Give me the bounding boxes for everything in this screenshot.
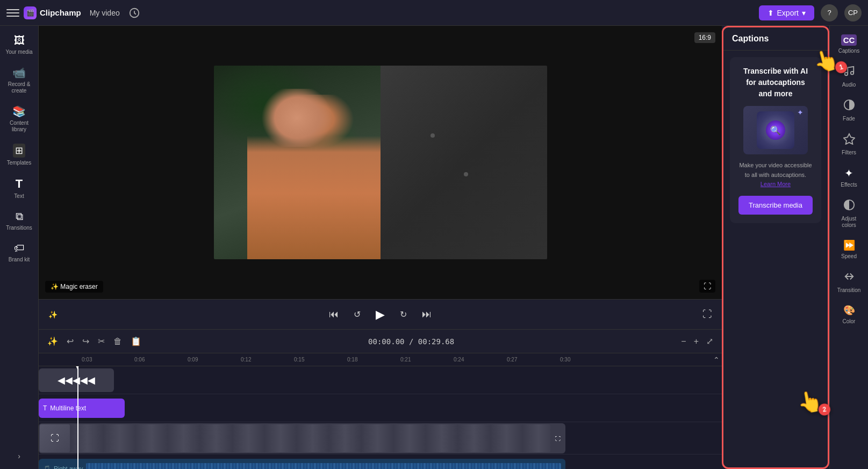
- ruler-mark-9: 0:30: [560, 357, 570, 363]
- ruler-mark-4: 0:15: [294, 357, 304, 363]
- sidebar-item-record[interactable]: 📹 Record &create: [2, 62, 37, 98]
- rewind-button[interactable]: ↺: [350, 306, 364, 323]
- logo-area: 🎬 Clipchamp: [24, 6, 81, 19]
- right-sidebar: CC Captions Audio Fade: [829, 26, 868, 469]
- timeline-content: 0:03 0:06 0:09 0:12 0:15 0:18 0:21 0:24 …: [39, 353, 722, 469]
- aspect-ratio-badge[interactable]: 16:9: [694, 32, 715, 43]
- sidebar-item-your-media[interactable]: 🖼 Your media: [2, 30, 37, 60]
- expand-timeline-button[interactable]: ⤢: [704, 334, 715, 349]
- topbar-left: 🎬 Clipchamp My video: [6, 6, 140, 19]
- track-row-video: ⛶ ⛶: [39, 422, 722, 454]
- sidebar-item-text[interactable]: T Text: [2, 173, 37, 204]
- rsidebar-item-effects[interactable]: ✦ Effects: [832, 162, 866, 193]
- export-button[interactable]: ⬆ Export ▾: [759, 5, 814, 20]
- left-sidebar: 🖼 Your media 📹 Record &create 📚 Content …: [0, 26, 39, 469]
- timeline-magic-button[interactable]: ✨: [45, 334, 60, 349]
- rsidebar-label-speed: Speed: [841, 253, 857, 260]
- topbar-right: ⬆ Export ▾ ? CP: [759, 4, 862, 22]
- person-face: [260, 89, 333, 147]
- sidebar-item-label-transitions: Transitions: [6, 225, 32, 231]
- rsidebar-item-filters[interactable]: Filters: [832, 129, 866, 160]
- transcribe-media-button[interactable]: Transcribe media: [738, 196, 813, 215]
- export-label: Export: [777, 9, 799, 17]
- save-icon[interactable]: [128, 7, 140, 19]
- sidebar-item-label-brand-kit: Brand kit: [9, 257, 30, 263]
- adjust-colors-icon: [843, 199, 855, 214]
- rsidebar-label-captions: Captions: [838, 48, 859, 54]
- prev-button[interactable]: ⏮: [326, 305, 342, 323]
- sidebar-item-transitions[interactable]: ⧉ Transitions: [2, 206, 37, 236]
- rsidebar-item-transition[interactable]: Transition: [832, 266, 866, 298]
- sidebar-collapse-button[interactable]: ›: [13, 447, 25, 465]
- audio-clip[interactable]: 🎵 Right away: [39, 459, 565, 469]
- timeline-undo-button[interactable]: ↩: [64, 334, 76, 349]
- fullscreen-ctrl-button[interactable]: ⛶: [699, 305, 715, 323]
- track-row-text: T Multiline text: [39, 394, 722, 422]
- fade-icon: [843, 99, 855, 113]
- playback-controls: ✨ ⏮ ↺ ▶ ↻ ⏭ ⛶: [39, 299, 722, 329]
- video-end-marker: ⛶: [551, 424, 564, 452]
- sidebar-item-label-templates: Templates: [7, 160, 32, 166]
- text-icon: T: [16, 177, 23, 191]
- rsidebar-item-fade[interactable]: Fade: [832, 95, 866, 126]
- magic-eraser-ctrl-button[interactable]: ✨: [45, 307, 61, 322]
- app-name: Clipchamp: [40, 8, 81, 17]
- rsidebar-label-adjust-colors: Adjust colors: [834, 216, 864, 229]
- rsidebar-label-effects: Effects: [841, 182, 857, 188]
- fullscreen-button[interactable]: ⛶: [699, 280, 715, 293]
- timeline-delete-button[interactable]: 🗑: [111, 335, 124, 349]
- rsidebar-item-adjust-colors[interactable]: Adjust colors: [832, 195, 866, 233]
- rsidebar-item-audio[interactable]: Audio: [832, 61, 866, 93]
- timeline-paste-button[interactable]: 📋: [128, 334, 144, 349]
- rsidebar-item-captions[interactable]: CC Captions: [832, 30, 866, 59]
- dot-1: [431, 133, 435, 138]
- timeline-cut-button[interactable]: ✂: [96, 334, 107, 349]
- video-thumbnails: [71, 424, 550, 452]
- rsidebar-item-color[interactable]: 🎨 Color: [832, 300, 866, 329]
- help-button[interactable]: ?: [821, 4, 838, 22]
- audio-waveform: [86, 463, 561, 469]
- color-icon: 🎨: [843, 304, 855, 316]
- zoom-out-button[interactable]: −: [679, 335, 688, 349]
- arrows-clip[interactable]: ◀◀◀◀◀: [39, 368, 114, 392]
- captions-panel: Captions Transcribe with AI for autocapt…: [722, 26, 829, 469]
- video-clip[interactable]: ⛶ ⛶: [39, 423, 565, 453]
- next-button[interactable]: ⏭: [419, 305, 435, 323]
- sparkle-icon: ✦: [797, 108, 804, 117]
- video-frame: [214, 66, 547, 259]
- sidebar-item-label-content-library: Content library: [4, 120, 34, 133]
- sidebar-item-label-your-media: Your media: [5, 49, 32, 55]
- hamburger-menu-button[interactable]: [6, 6, 19, 19]
- transitions-icon: ⧉: [16, 210, 23, 223]
- avatar[interactable]: CP: [844, 4, 862, 22]
- audio-clip-label: Right away: [54, 465, 83, 469]
- magic-eraser-button[interactable]: ✨ Magic eraser: [45, 281, 103, 293]
- collapse-handle[interactable]: ⌃: [713, 353, 720, 469]
- your-media-icon: 🖼: [14, 34, 25, 47]
- ruler-mark-2: 0:09: [188, 357, 198, 363]
- video-left-half: [214, 66, 381, 259]
- timeline-redo-button[interactable]: ↪: [80, 334, 91, 349]
- ruler-mark-1: 0:06: [134, 357, 145, 363]
- sidebar-item-templates[interactable]: ⊞ Templates: [2, 139, 37, 170]
- ruler-mark-8: 0:27: [507, 357, 517, 363]
- learn-more-link[interactable]: Learn More: [761, 181, 791, 187]
- forward-button[interactable]: ↻: [397, 306, 410, 323]
- sidebar-item-brand-kit[interactable]: 🏷 Brand kit: [2, 238, 37, 267]
- captions-icon: CC: [841, 34, 857, 46]
- record-icon: 📹: [12, 66, 26, 79]
- play-button[interactable]: ▶: [372, 304, 388, 325]
- text-clip[interactable]: T Multiline text: [39, 399, 125, 418]
- tracks-area: ▼ ◀◀◀◀◀ T Multiline text: [39, 366, 722, 469]
- content-library-icon: 📚: [12, 105, 26, 118]
- ruler-mark-3: 0:12: [241, 357, 251, 363]
- video-thumb-1: ⛶: [40, 424, 70, 452]
- rsidebar-item-speed[interactable]: ⏩ Speed: [832, 235, 866, 264]
- sidebar-item-content-library[interactable]: 📚 Content library: [2, 101, 37, 137]
- collapse-icon[interactable]: ⌃: [713, 356, 720, 364]
- zoom-in-button[interactable]: +: [692, 335, 701, 349]
- search-icon: 🔍: [770, 125, 781, 136]
- rsidebar-label-transition: Transition: [837, 287, 861, 294]
- filters-icon: [843, 133, 855, 147]
- video-title[interactable]: My video: [85, 6, 124, 19]
